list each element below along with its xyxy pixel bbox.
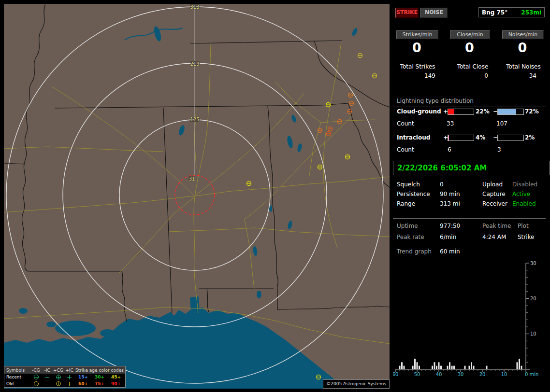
trend-window-value: 60 min bbox=[440, 248, 460, 255]
range-label: Range bbox=[397, 200, 415, 207]
svg-text:30: 30 bbox=[530, 261, 536, 266]
strike-mode-button[interactable]: STRIKE bbox=[395, 8, 419, 18]
datetime-display: 2/22/2026 6:05:02 AM bbox=[393, 161, 550, 175]
legend-col-ic-pos: +IC bbox=[64, 368, 75, 373]
svg-text:30: 30 bbox=[458, 372, 464, 377]
total-noises-value: 34 bbox=[499, 72, 536, 79]
bearing-display: Bng 75° 253mi bbox=[478, 7, 545, 17]
trend-axes bbox=[395, 263, 530, 369]
squelch-label: Squelch bbox=[397, 181, 420, 188]
persistence-value: 90 min bbox=[440, 191, 460, 197]
svg-text:20: 20 bbox=[530, 296, 536, 301]
cg-pos-bar bbox=[448, 109, 474, 115]
cg-neg-symbol-icon bbox=[34, 381, 39, 386]
svg-text:40: 40 bbox=[436, 372, 442, 377]
total-noises-label: Total Noises bbox=[499, 63, 548, 70]
legend-symbols-header: Symbols bbox=[4, 368, 30, 373]
legend-recent-label: Recent bbox=[4, 375, 30, 379]
trend-graph: 1020306050403020100 min bbox=[393, 259, 546, 382]
map-legend: Symbols -CG -IC +CG +IC Strike age color… bbox=[4, 366, 126, 388]
persistence-label: Persistence bbox=[397, 191, 430, 197]
legend-age-header: Strike age color codes bbox=[75, 368, 124, 373]
legend-old-row: Old 60+ 75+ 90+ bbox=[4, 380, 125, 387]
peak-time-label: Peak time bbox=[482, 223, 511, 229]
receiver-label: Receiver bbox=[482, 200, 507, 207]
cg-pos-symbol-icon bbox=[56, 381, 61, 386]
noises-per-min-badge: Noises/min bbox=[502, 30, 544, 39]
age-60: 60+ bbox=[75, 381, 91, 386]
legend-col-ic-neg: -IC bbox=[42, 368, 53, 373]
peak-rate-label: Peak rate bbox=[397, 234, 424, 240]
svg-text:50: 50 bbox=[414, 372, 420, 377]
trend-ticks bbox=[395, 263, 529, 372]
ic-neg-count: 3 bbox=[497, 146, 501, 153]
cg-neg-symbol-icon bbox=[34, 375, 39, 379]
app-window: 313 219 125 31 Symbols -CG -IC +CG +IC S… bbox=[0, 0, 550, 392]
ring-label-31: 31 bbox=[189, 176, 195, 182]
map-canvas[interactable]: 313 219 125 31 bbox=[4, 4, 390, 389]
peak-rate-value: 6/min bbox=[440, 234, 456, 240]
strikes-per-min-value: 0 bbox=[396, 40, 437, 55]
ring-label-219: 219 bbox=[190, 61, 199, 67]
noise-mode-button[interactable]: NOISE bbox=[420, 8, 448, 18]
cg-pos-pct: 22% bbox=[476, 108, 490, 115]
total-strikes-label: Total Strikes bbox=[393, 63, 442, 70]
ic-pos-pct: 4% bbox=[476, 134, 485, 141]
ic-neg-bar bbox=[497, 135, 524, 141]
ic-neg-symbol-icon bbox=[45, 375, 49, 379]
ring-label-125: 125 bbox=[190, 117, 199, 122]
ic-neg-bar-fill bbox=[498, 135, 498, 140]
cg-count-label: Count bbox=[397, 120, 414, 127]
bearing-range: 253mi bbox=[521, 9, 541, 16]
svg-text:10: 10 bbox=[501, 372, 507, 377]
legend-col-cg-pos: +CG bbox=[53, 368, 64, 373]
ic-pos-count: 6 bbox=[448, 146, 451, 153]
noises-per-min-value: 0 bbox=[502, 40, 543, 55]
age-45: 45+ bbox=[108, 375, 124, 379]
copyright-badge: ©2005 Astrogenic Systems bbox=[323, 379, 390, 389]
svg-text:20: 20 bbox=[479, 372, 486, 377]
side-panel: STRIKE NOISE Bng 75° 253mi Strikes/min C… bbox=[393, 0, 550, 392]
legend-header-row: Symbols -CG -IC +CG +IC Strike age color… bbox=[4, 366, 125, 374]
ic-pos-symbol-icon bbox=[67, 382, 72, 386]
uptime-label: Uptime bbox=[397, 223, 418, 229]
trend-bars bbox=[399, 359, 522, 369]
age-90: 90+ bbox=[108, 381, 124, 386]
cg-pos-count: 33 bbox=[447, 120, 454, 127]
upload-label: Upload bbox=[482, 181, 503, 188]
total-close-label: Total Close bbox=[446, 63, 499, 70]
ic-pos-symbol-icon bbox=[67, 375, 72, 379]
distribution-header: Lightning type distribution bbox=[393, 98, 546, 107]
age-15: 15+ bbox=[75, 375, 91, 379]
svg-text:0 min: 0 min bbox=[525, 372, 538, 377]
legend-recent-row: Recent 15+ 30+ 45+ bbox=[4, 374, 125, 380]
total-strikes-value: 149 bbox=[393, 72, 435, 79]
svg-text:10: 10 bbox=[530, 331, 536, 336]
close-per-min-badge: Close/min bbox=[450, 30, 490, 39]
plot-label: Plot bbox=[518, 223, 529, 229]
svg-text:60: 60 bbox=[393, 372, 398, 377]
peak-time-value: 4:24 AM bbox=[482, 234, 506, 240]
ic-neg-pct: 2% bbox=[525, 134, 535, 141]
lightning-map[interactable]: 313 219 125 31 Symbols -CG -IC +CG +IC S… bbox=[4, 4, 390, 389]
cg-pos-bar-fill bbox=[448, 109, 454, 114]
age-30: 30+ bbox=[91, 375, 108, 379]
bearing-label: Bng 75° bbox=[482, 9, 507, 16]
close-per-min-value: 0 bbox=[450, 40, 489, 55]
intracloud-label: Intracloud bbox=[397, 134, 430, 141]
cg-neg-bar-fill bbox=[498, 109, 516, 114]
cloud-ground-label: Cloud-ground bbox=[397, 108, 441, 115]
ic-pos-bar-fill bbox=[448, 135, 449, 140]
receiver-value: Enabled bbox=[512, 200, 536, 207]
legend-col-cg-neg: -CG bbox=[30, 368, 42, 373]
plot-value: Strike bbox=[518, 234, 535, 240]
capture-label: Capture bbox=[482, 191, 506, 197]
trend-graph-label: Trend graph bbox=[397, 248, 432, 255]
range-value: 313 mi bbox=[440, 200, 460, 207]
cg-pos-symbol-icon bbox=[56, 375, 61, 379]
legend-old-label: Old bbox=[4, 381, 30, 386]
capture-value: Active bbox=[512, 191, 530, 197]
total-close-value: 0 bbox=[446, 72, 488, 79]
ic-count-label: Count bbox=[397, 146, 414, 153]
ic-neg-symbol-icon bbox=[45, 382, 49, 386]
